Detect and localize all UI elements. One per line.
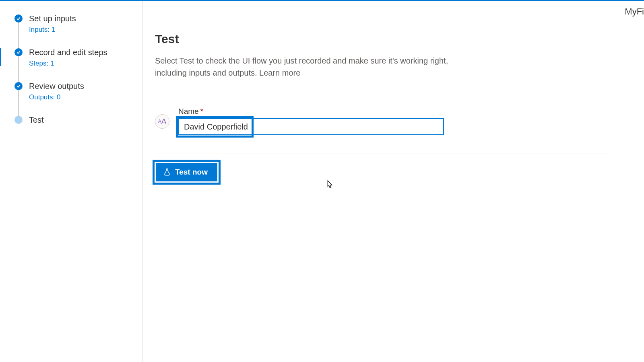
check-circle-icon — [14, 14, 23, 23]
required-asterisk: * — [200, 107, 203, 115]
test-now-button-label: Test now — [175, 168, 208, 177]
actions-bar: Test now — [153, 160, 610, 185]
page-description-text: Select Test to check the UI flow you jus… — [155, 56, 448, 77]
wizard-step-subtitle: Steps: 1 — [29, 60, 142, 68]
wizard-step-list: Set up inputs Inputs: 1 Record and edit … — [3, 14, 142, 138]
wizard-step-subtitle: Outputs: 0 — [29, 93, 142, 101]
wizard-step-review-outputs[interactable]: Review outputs Outputs: 0 — [14, 81, 142, 115]
wizard-steps-sidebar: Set up inputs Inputs: 1 Record and edit … — [3, 1, 143, 362]
wizard-step-record-edit[interactable]: Record and edit steps Steps: 1 — [14, 47, 142, 81]
check-circle-icon — [14, 82, 23, 90]
learn-more-link[interactable]: Learn more — [259, 68, 300, 77]
step-connector-line — [18, 23, 19, 48]
current-step-dot-icon — [14, 116, 23, 124]
flow-name-label: MyFi — [625, 6, 644, 17]
wizard-step-title: Test — [29, 115, 142, 125]
content-area: Test Select Test to check the UI flow yo… — [143, 1, 626, 185]
main-panel: MyFi Test Select Test to check the UI fl… — [143, 1, 644, 362]
page-description: Select Test to check the UI flow you jus… — [155, 55, 453, 79]
wizard-step-title: Review outputs — [29, 81, 142, 91]
wizard-step-set-up-inputs[interactable]: Set up inputs Inputs: 1 — [14, 14, 142, 47]
wizard-step-subtitle: Inputs: 1 — [29, 26, 142, 34]
left-rail-active-indicator — [0, 48, 1, 66]
name-input[interactable] — [178, 118, 444, 135]
flask-icon — [163, 168, 171, 176]
page-title: Test — [155, 32, 610, 46]
left-nav-rail — [0, 1, 3, 362]
test-now-button-highlight: Test now — [153, 160, 221, 185]
field-inner: Name* — [178, 107, 610, 135]
name-field-label: Name* — [178, 107, 610, 116]
step-connector-line — [18, 56, 19, 82]
test-now-button[interactable]: Test now — [156, 163, 217, 181]
input-field-block: AA Name* — [155, 107, 610, 135]
wizard-step-test[interactable]: Test — [14, 115, 142, 138]
text-input-type-icon: AA — [155, 114, 169, 129]
step-connector-line — [18, 90, 19, 116]
section-divider — [155, 154, 610, 154]
wizard-step-title: Record and edit steps — [29, 47, 142, 57]
wizard-step-title: Set up inputs — [29, 14, 142, 23]
check-circle-icon — [14, 48, 23, 56]
name-input-wrapper — [178, 118, 444, 135]
